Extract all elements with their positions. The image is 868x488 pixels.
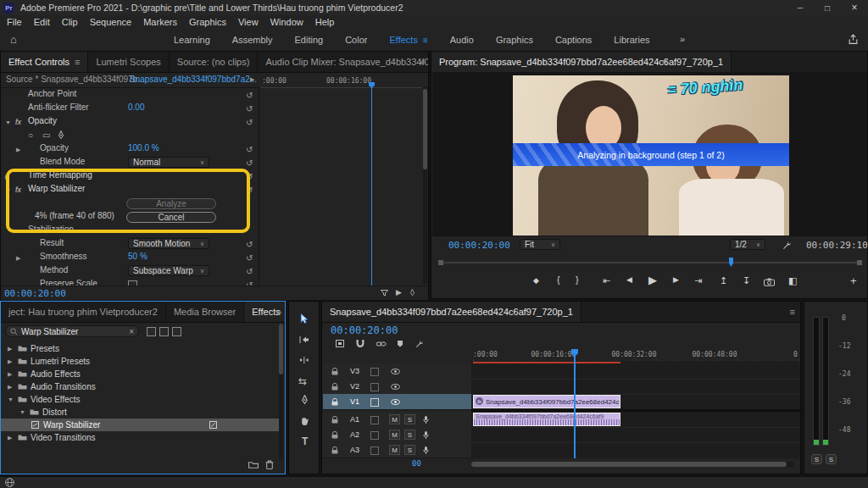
lock-icon[interactable] — [331, 446, 338, 454]
mark-in-button[interactable]: { — [557, 274, 560, 285]
mark-out-button[interactable]: } — [576, 274, 579, 285]
sync-lock-icon[interactable] — [370, 368, 379, 376]
fx-toggle-icon[interactable]: fx — [15, 118, 21, 126]
reset-icon[interactable]: ↺ — [246, 145, 253, 154]
reset-icon[interactable]: ↺ — [246, 253, 253, 263]
lock-icon[interactable] — [331, 431, 338, 439]
reset-icon[interactable]: ↺ — [246, 118, 253, 127]
program-scrubber[interactable] — [438, 257, 862, 267]
hand-tool[interactable] — [300, 416, 309, 426]
mute-button[interactable]: M — [389, 445, 400, 455]
tree-item-video-effects[interactable]: ▼ Video Effects — [1, 393, 281, 406]
play-around-icon[interactable]: ▶ — [396, 289, 402, 297]
tab-program-monitor[interactable]: Program: Snapsave_d4bb334f097bbd7a2ee68e… — [431, 52, 732, 72]
mute-button[interactable]: M — [389, 430, 400, 440]
menu-help[interactable]: Help — [315, 17, 335, 27]
meter-solo-right-button[interactable]: S — [826, 454, 837, 464]
menu-window[interactable]: Window — [270, 17, 303, 27]
twirl-open-icon[interactable]: ▼ — [8, 396, 14, 402]
workspace-effects[interactable]: Effects — [389, 35, 417, 45]
workspace-graphics[interactable]: Graphics — [496, 35, 533, 45]
meter-solo-left-button[interactable]: S — [811, 454, 822, 464]
clip-flyout-icon[interactable]: ▶ — [250, 76, 254, 83]
snap-icon[interactable] — [356, 339, 364, 347]
twirl-closed-icon[interactable]: ▶ — [16, 147, 20, 153]
scrubber-right-handle[interactable] — [857, 260, 862, 265]
result-dropdown[interactable]: Smooth Motion ∨ — [128, 238, 209, 249]
maximize-button[interactable]: □ — [814, 0, 841, 15]
program-timecode[interactable]: 00:00:20:00 — [448, 240, 510, 251]
ec-timecode[interactable]: 00:00:20:00 — [4, 288, 66, 299]
twirl-closed-icon[interactable]: ▶ — [8, 435, 12, 441]
tab-sequence[interactable]: Snapsave_d4bb334f097bbd7a2ee68ed424c6af9… — [322, 302, 581, 322]
track-badge[interactable]: A3 — [350, 446, 359, 454]
program-panel-menu-icon[interactable]: ≡ — [662, 57, 667, 67]
sync-lock-icon[interactable] — [370, 416, 379, 424]
effects-search-box[interactable]: Warp Stabilizer × — [5, 325, 139, 337]
tab-media-browser[interactable]: Media Browser — [166, 302, 244, 322]
zoom-level-dropdown[interactable]: Fit ∨ — [520, 239, 560, 250]
ec-pen-icon[interactable] — [409, 289, 415, 297]
tab-audio-clip-mixer[interactable]: Audio Clip Mixer: Snapsave_d4bb334f097bb… — [258, 52, 428, 72]
track-badge[interactable]: A1 — [350, 415, 359, 424]
track-header-a3[interactable]: A3 M S — [323, 442, 471, 458]
lock-icon[interactable] — [331, 368, 338, 375]
blend-mode-dropdown[interactable]: Normal ∨ — [128, 157, 209, 168]
pen-mask-icon[interactable] — [58, 130, 64, 140]
track-output-eye-icon[interactable] — [391, 369, 400, 374]
search-clear-icon[interactable]: × — [129, 327, 134, 336]
solo-button[interactable]: S — [404, 445, 415, 455]
opacity-param-value[interactable]: 100.0 % — [128, 143, 159, 152]
monitor-settings-wrench-icon[interactable] — [782, 241, 792, 250]
pen-tool[interactable] — [301, 395, 309, 405]
scrubber-playhead[interactable] — [729, 258, 733, 267]
tree-item-warp-stabilizer[interactable]: Warp Stabilizer — [1, 419, 279, 431]
tab-source-monitor[interactable]: Source: (no clips) — [170, 52, 259, 72]
track-header-a2[interactable]: A2 M S — [323, 427, 471, 443]
track-badge[interactable]: A2 — [350, 430, 359, 439]
home-icon[interactable]: ⌂ — [10, 33, 17, 46]
track-header-v2[interactable]: V2 — [323, 379, 471, 395]
tab-effect-controls[interactable]: Effect Controls ≡ — [1, 52, 88, 72]
menu-file[interactable]: File — [7, 17, 22, 27]
track-badge[interactable]: V1 — [350, 397, 359, 406]
keyframe-filter-icon[interactable] — [381, 290, 388, 297]
voiceover-mic-icon[interactable] — [423, 430, 429, 440]
workspace-effects-menu-icon[interactable]: ≡ — [423, 36, 428, 45]
sync-lock-icon[interactable] — [370, 446, 379, 455]
slip-tool[interactable]: ⇆ — [298, 376, 307, 386]
menu-graphics[interactable]: Graphics — [189, 17, 226, 27]
lift-button[interactable]: ↥ — [720, 275, 727, 286]
export-frame-button[interactable] — [764, 278, 775, 286]
rect-mask-icon[interactable]: ▭ — [42, 131, 50, 140]
delete-trash-icon[interactable] — [265, 460, 274, 469]
anti-flicker-value[interactable]: 0.00 — [128, 103, 144, 112]
export-icon[interactable] — [848, 34, 859, 45]
timeline-panel-menu-icon[interactable]: ≡ — [790, 307, 795, 317]
track-badge[interactable]: V2 — [350, 382, 359, 391]
sync-lock-icon[interactable] — [370, 398, 379, 407]
tab-project[interactable]: ject: Hau truong phim Vietproducer2 — [1, 302, 166, 322]
new-bin-icon[interactable] — [248, 461, 259, 469]
menu-edit[interactable]: Edit — [34, 17, 50, 27]
method-dropdown[interactable]: Subspace Warp ∨ — [128, 265, 209, 276]
selection-tool[interactable] — [300, 313, 309, 324]
reset-icon[interactable]: ↺ — [246, 267, 253, 276]
play-button[interactable]: ▶ — [648, 274, 657, 286]
track-header-v3[interactable]: V3 — [323, 363, 471, 380]
tree-item-distort[interactable]: ▼ Distort — [1, 406, 281, 419]
extract-button[interactable]: ↧ — [743, 275, 750, 286]
twirl-closed-icon[interactable]: ▶ — [16, 255, 20, 262]
workspace-learning[interactable]: Learning — [174, 35, 210, 45]
mute-button[interactable]: M — [389, 414, 400, 424]
twirl-closed-icon[interactable]: ▶ — [8, 371, 12, 378]
workspace-assembly[interactable]: Assembly — [232, 35, 273, 45]
sync-lock-icon[interactable] — [370, 383, 379, 391]
globe-icon[interactable] — [5, 478, 14, 487]
workspace-captions[interactable]: Captions — [555, 35, 592, 45]
reset-icon[interactable]: ↺ — [246, 91, 253, 100]
solo-button[interactable]: S — [404, 430, 415, 440]
twirl-closed-icon[interactable]: ▶ — [8, 358, 12, 365]
search-input[interactable]: Warp Stabilizer — [21, 327, 125, 336]
twirl-open-icon[interactable]: ▼ — [5, 119, 11, 125]
